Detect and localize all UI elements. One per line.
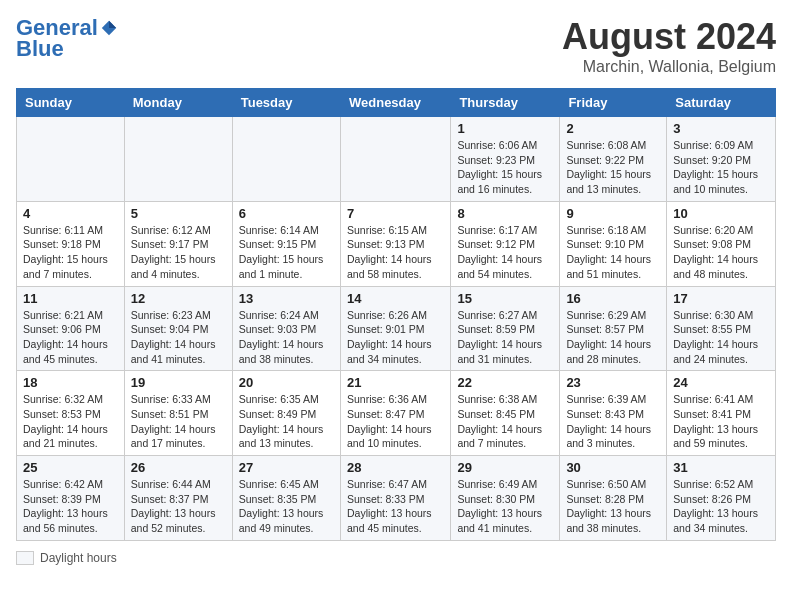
calendar-cell: 9Sunrise: 6:18 AM Sunset: 9:10 PM Daylig… (560, 201, 667, 286)
day-number: 21 (347, 375, 444, 390)
calendar-cell: 5Sunrise: 6:12 AM Sunset: 9:17 PM Daylig… (124, 201, 232, 286)
page-header: General Blue August 2024 Marchin, Wallon… (16, 16, 776, 76)
day-info: Sunrise: 6:08 AM Sunset: 9:22 PM Dayligh… (566, 138, 660, 197)
calendar-cell: 11Sunrise: 6:21 AM Sunset: 9:06 PM Dayli… (17, 286, 125, 371)
day-number: 17 (673, 291, 769, 306)
calendar-cell (232, 117, 340, 202)
calendar-cell: 7Sunrise: 6:15 AM Sunset: 9:13 PM Daylig… (340, 201, 450, 286)
logo: General Blue (16, 16, 118, 62)
day-info: Sunrise: 6:50 AM Sunset: 8:28 PM Dayligh… (566, 477, 660, 536)
day-info: Sunrise: 6:15 AM Sunset: 9:13 PM Dayligh… (347, 223, 444, 282)
day-number: 5 (131, 206, 226, 221)
day-number: 10 (673, 206, 769, 221)
calendar-cell: 22Sunrise: 6:38 AM Sunset: 8:45 PM Dayli… (451, 371, 560, 456)
legend-box (16, 551, 34, 565)
calendar-week-row: 25Sunrise: 6:42 AM Sunset: 8:39 PM Dayli… (17, 456, 776, 541)
day-number: 25 (23, 460, 118, 475)
calendar-cell: 10Sunrise: 6:20 AM Sunset: 9:08 PM Dayli… (667, 201, 776, 286)
day-number: 29 (457, 460, 553, 475)
day-number: 4 (23, 206, 118, 221)
calendar-cell: 30Sunrise: 6:50 AM Sunset: 8:28 PM Dayli… (560, 456, 667, 541)
day-number: 11 (23, 291, 118, 306)
day-info: Sunrise: 6:33 AM Sunset: 8:51 PM Dayligh… (131, 392, 226, 451)
day-number: 24 (673, 375, 769, 390)
day-number: 31 (673, 460, 769, 475)
day-info: Sunrise: 6:52 AM Sunset: 8:26 PM Dayligh… (673, 477, 769, 536)
day-info: Sunrise: 6:36 AM Sunset: 8:47 PM Dayligh… (347, 392, 444, 451)
calendar-cell: 17Sunrise: 6:30 AM Sunset: 8:55 PM Dayli… (667, 286, 776, 371)
weekday-header: Saturday (667, 89, 776, 117)
weekday-header: Wednesday (340, 89, 450, 117)
day-number: 18 (23, 375, 118, 390)
calendar-cell: 20Sunrise: 6:35 AM Sunset: 8:49 PM Dayli… (232, 371, 340, 456)
location-title: Marchin, Wallonia, Belgium (562, 58, 776, 76)
calendar-cell: 24Sunrise: 6:41 AM Sunset: 8:41 PM Dayli… (667, 371, 776, 456)
calendar-cell: 16Sunrise: 6:29 AM Sunset: 8:57 PM Dayli… (560, 286, 667, 371)
day-info: Sunrise: 6:44 AM Sunset: 8:37 PM Dayligh… (131, 477, 226, 536)
calendar-cell: 8Sunrise: 6:17 AM Sunset: 9:12 PM Daylig… (451, 201, 560, 286)
day-info: Sunrise: 6:11 AM Sunset: 9:18 PM Dayligh… (23, 223, 118, 282)
calendar-cell: 29Sunrise: 6:49 AM Sunset: 8:30 PM Dayli… (451, 456, 560, 541)
day-number: 23 (566, 375, 660, 390)
day-number: 27 (239, 460, 334, 475)
calendar-footer: Daylight hours (16, 551, 776, 565)
calendar-cell: 4Sunrise: 6:11 AM Sunset: 9:18 PM Daylig… (17, 201, 125, 286)
day-number: 13 (239, 291, 334, 306)
day-info: Sunrise: 6:06 AM Sunset: 9:23 PM Dayligh… (457, 138, 553, 197)
day-info: Sunrise: 6:47 AM Sunset: 8:33 PM Dayligh… (347, 477, 444, 536)
day-info: Sunrise: 6:17 AM Sunset: 9:12 PM Dayligh… (457, 223, 553, 282)
day-info: Sunrise: 6:29 AM Sunset: 8:57 PM Dayligh… (566, 308, 660, 367)
day-number: 8 (457, 206, 553, 221)
day-number: 9 (566, 206, 660, 221)
day-number: 16 (566, 291, 660, 306)
calendar-cell: 12Sunrise: 6:23 AM Sunset: 9:04 PM Dayli… (124, 286, 232, 371)
svg-marker-1 (109, 21, 116, 28)
day-number: 14 (347, 291, 444, 306)
day-number: 26 (131, 460, 226, 475)
day-info: Sunrise: 6:38 AM Sunset: 8:45 PM Dayligh… (457, 392, 553, 451)
day-info: Sunrise: 6:09 AM Sunset: 9:20 PM Dayligh… (673, 138, 769, 197)
calendar-cell: 31Sunrise: 6:52 AM Sunset: 8:26 PM Dayli… (667, 456, 776, 541)
weekday-header: Tuesday (232, 89, 340, 117)
calendar-cell: 3Sunrise: 6:09 AM Sunset: 9:20 PM Daylig… (667, 117, 776, 202)
calendar-cell (340, 117, 450, 202)
weekday-header: Sunday (17, 89, 125, 117)
weekday-header: Thursday (451, 89, 560, 117)
month-title: August 2024 (562, 16, 776, 58)
calendar-cell: 13Sunrise: 6:24 AM Sunset: 9:03 PM Dayli… (232, 286, 340, 371)
calendar-cell (124, 117, 232, 202)
day-number: 12 (131, 291, 226, 306)
calendar-cell: 15Sunrise: 6:27 AM Sunset: 8:59 PM Dayli… (451, 286, 560, 371)
calendar-cell: 21Sunrise: 6:36 AM Sunset: 8:47 PM Dayli… (340, 371, 450, 456)
day-number: 20 (239, 375, 334, 390)
calendar-cell: 25Sunrise: 6:42 AM Sunset: 8:39 PM Dayli… (17, 456, 125, 541)
day-number: 15 (457, 291, 553, 306)
day-info: Sunrise: 6:27 AM Sunset: 8:59 PM Dayligh… (457, 308, 553, 367)
day-number: 6 (239, 206, 334, 221)
day-info: Sunrise: 6:30 AM Sunset: 8:55 PM Dayligh… (673, 308, 769, 367)
day-info: Sunrise: 6:26 AM Sunset: 9:01 PM Dayligh… (347, 308, 444, 367)
day-number: 1 (457, 121, 553, 136)
day-number: 7 (347, 206, 444, 221)
calendar-cell: 1Sunrise: 6:06 AM Sunset: 9:23 PM Daylig… (451, 117, 560, 202)
calendar-week-row: 1Sunrise: 6:06 AM Sunset: 9:23 PM Daylig… (17, 117, 776, 202)
calendar-week-row: 18Sunrise: 6:32 AM Sunset: 8:53 PM Dayli… (17, 371, 776, 456)
calendar-cell (17, 117, 125, 202)
day-number: 2 (566, 121, 660, 136)
day-info: Sunrise: 6:35 AM Sunset: 8:49 PM Dayligh… (239, 392, 334, 451)
calendar-cell: 28Sunrise: 6:47 AM Sunset: 8:33 PM Dayli… (340, 456, 450, 541)
day-number: 22 (457, 375, 553, 390)
calendar-cell: 14Sunrise: 6:26 AM Sunset: 9:01 PM Dayli… (340, 286, 450, 371)
day-info: Sunrise: 6:18 AM Sunset: 9:10 PM Dayligh… (566, 223, 660, 282)
day-info: Sunrise: 6:42 AM Sunset: 8:39 PM Dayligh… (23, 477, 118, 536)
day-info: Sunrise: 6:45 AM Sunset: 8:35 PM Dayligh… (239, 477, 334, 536)
day-info: Sunrise: 6:49 AM Sunset: 8:30 PM Dayligh… (457, 477, 553, 536)
day-info: Sunrise: 6:14 AM Sunset: 9:15 PM Dayligh… (239, 223, 334, 282)
weekday-header: Friday (560, 89, 667, 117)
day-info: Sunrise: 6:21 AM Sunset: 9:06 PM Dayligh… (23, 308, 118, 367)
calendar-cell: 6Sunrise: 6:14 AM Sunset: 9:15 PM Daylig… (232, 201, 340, 286)
calendar-week-row: 11Sunrise: 6:21 AM Sunset: 9:06 PM Dayli… (17, 286, 776, 371)
day-info: Sunrise: 6:32 AM Sunset: 8:53 PM Dayligh… (23, 392, 118, 451)
title-block: August 2024 Marchin, Wallonia, Belgium (562, 16, 776, 76)
calendar-cell: 18Sunrise: 6:32 AM Sunset: 8:53 PM Dayli… (17, 371, 125, 456)
